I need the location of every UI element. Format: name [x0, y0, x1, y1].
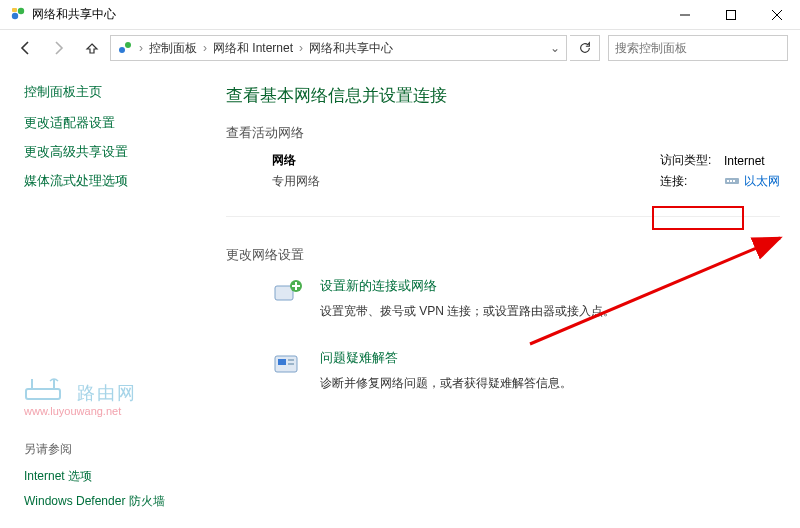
- search-placeholder: 搜索控制面板: [615, 40, 687, 57]
- refresh-button[interactable]: [570, 35, 600, 61]
- ethernet-icon: [724, 175, 740, 189]
- network-name: 网络: [272, 152, 472, 169]
- svg-rect-23: [288, 363, 294, 365]
- breadcrumb[interactable]: 网络和共享中心: [309, 40, 393, 57]
- svg-point-0: [12, 13, 18, 19]
- task-title[interactable]: 设置新的连接或网络: [320, 278, 615, 295]
- task-desc: 设置宽带、拨号或 VPN 连接；或设置路由器或接入点。: [320, 303, 615, 320]
- app-icon: [10, 5, 26, 24]
- address-icon: [117, 39, 133, 58]
- task-title[interactable]: 问题疑难解答: [320, 350, 572, 367]
- watermark: 路由网 www.luyouwang.net: [24, 375, 198, 417]
- chevron-right-icon: ›: [139, 41, 143, 55]
- svg-point-8: [125, 42, 131, 48]
- address-bar[interactable]: › 控制面板 › 网络和 Internet › 网络和共享中心 ⌄: [110, 35, 567, 61]
- active-networks-label: 查看活动网络: [226, 125, 780, 142]
- svg-rect-13: [727, 180, 729, 182]
- svg-point-7: [119, 47, 125, 53]
- svg-rect-15: [733, 180, 735, 182]
- chevron-right-icon: ›: [203, 41, 207, 55]
- sidebar: 控制面板主页 更改适配器设置 更改高级共享设置 媒体流式处理选项 路由网 www…: [0, 66, 210, 528]
- main-panel: 查看基本网络信息并设置连接 查看活动网络 网络 专用网络 访问类型: Inter…: [210, 66, 800, 528]
- access-type-label: 访问类型:: [660, 152, 718, 169]
- task-desc: 诊断并修复网络问题，或者获得疑难解答信息。: [320, 375, 572, 392]
- router-icon: [24, 375, 68, 405]
- ethernet-link[interactable]: 以太网: [724, 173, 780, 190]
- access-type-value: Internet: [724, 154, 765, 168]
- maximize-button[interactable]: [708, 0, 754, 30]
- svg-rect-16: [275, 286, 293, 300]
- sidebar-link-sharing[interactable]: 更改高级共享设置: [24, 144, 198, 161]
- watermark-brand: 路由网: [77, 383, 137, 403]
- see-also-defender-firewall[interactable]: Windows Defender 防火墙: [24, 493, 198, 510]
- see-also-internet-options[interactable]: Internet 选项: [24, 468, 198, 485]
- chevron-down-icon[interactable]: ⌄: [550, 41, 560, 55]
- troubleshoot-icon: [272, 350, 306, 378]
- svg-rect-22: [288, 359, 294, 361]
- network-type: 专用网络: [272, 173, 472, 190]
- svg-rect-14: [730, 180, 732, 182]
- breadcrumb[interactable]: 网络和 Internet: [213, 40, 293, 57]
- change-settings-label: 更改网络设置: [226, 247, 780, 264]
- window-title: 网络和共享中心: [32, 6, 116, 23]
- see-also: 另请参阅 Internet 选项 Windows Defender 防火墙: [24, 441, 198, 518]
- svg-rect-21: [278, 359, 286, 365]
- svg-rect-9: [26, 389, 60, 399]
- breadcrumb[interactable]: 控制面板: [149, 40, 197, 57]
- svg-rect-2: [12, 8, 17, 12]
- watermark-url: www.luyouwang.net: [24, 405, 121, 417]
- task-new-connection[interactable]: 设置新的连接或网络 设置宽带、拨号或 VPN 连接；或设置路由器或接入点。: [226, 274, 780, 322]
- control-panel-home-link[interactable]: 控制面板主页: [24, 84, 198, 101]
- sidebar-link-adapter[interactable]: 更改适配器设置: [24, 115, 198, 132]
- minimize-button[interactable]: [662, 0, 708, 30]
- sidebar-link-media[interactable]: 媒体流式处理选项: [24, 173, 198, 190]
- connection-label: 连接:: [660, 173, 718, 190]
- see-also-header: 另请参阅: [24, 441, 198, 458]
- titlebar: 网络和共享中心: [0, 0, 800, 30]
- page-heading: 查看基本网络信息并设置连接: [226, 84, 780, 107]
- up-button[interactable]: [78, 34, 106, 62]
- active-network-block: 网络 专用网络 访问类型: Internet 连接: 以太网: [226, 152, 780, 217]
- window-controls: [662, 0, 800, 30]
- back-button[interactable]: [12, 34, 40, 62]
- close-button[interactable]: [754, 0, 800, 30]
- svg-rect-4: [727, 10, 736, 19]
- forward-button[interactable]: [44, 34, 72, 62]
- search-input[interactable]: 搜索控制面板: [608, 35, 788, 61]
- new-connection-icon: [272, 278, 306, 306]
- chevron-right-icon: ›: [299, 41, 303, 55]
- svg-point-1: [18, 8, 24, 14]
- nav-row: › 控制面板 › 网络和 Internet › 网络和共享中心 ⌄ 搜索控制面板: [0, 30, 800, 66]
- task-troubleshoot[interactable]: 问题疑难解答 诊断并修复网络问题，或者获得疑难解答信息。: [226, 346, 780, 394]
- ethernet-link-text: 以太网: [744, 173, 780, 190]
